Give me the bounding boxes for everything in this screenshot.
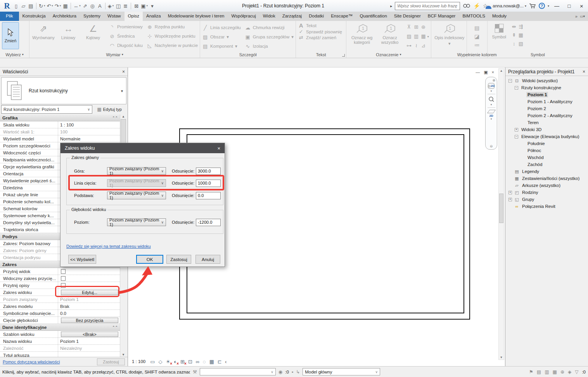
colorfill-tool-3-icon[interactable]: ≔: [474, 42, 480, 48]
search-input[interactable]: Wpisz słowo kluczowe lub frazę: [395, 2, 460, 10]
tree-item-grupy[interactable]: +◱Grupy: [505, 196, 588, 203]
text-dialog-launcher-icon[interactable]: [342, 54, 345, 57]
new-file-icon[interactable]: ▯: [12, 2, 20, 10]
worksets-icon[interactable]: ▤: [537, 369, 541, 375]
undo-icon[interactable]: ↶▾: [46, 2, 54, 10]
redo-dropdown-icon[interactable]: ▾: [60, 4, 61, 7]
ribbon-button-komponent[interactable]: ▤Komponent▾: [202, 43, 241, 49]
tag-tool-2-icon[interactable]: ▨: [406, 33, 411, 39]
tag-tool-1-icon[interactable]: ⊼: [407, 24, 411, 30]
ribbon-button-współrzędne-punktu[interactable]: ⊹Współrzędne punktu: [147, 33, 198, 39]
ribbon-button-nachylenie-w-punkcie[interactable]: ◺Nachylenie w punkcie: [147, 43, 198, 48]
cancel-button[interactable]: Anuluj: [195, 255, 220, 264]
symbol-tool-3-icon[interactable]: ↕: [513, 41, 515, 47]
reveal-hidden-elements-icon[interactable]: ∞: [196, 359, 199, 365]
tab-współpracuj[interactable]: Współpracuj: [228, 12, 259, 21]
sun-path-icon[interactable]: ☀×: [166, 359, 170, 365]
redo-icon[interactable]: ↷▾: [54, 2, 62, 10]
tab-bimtools[interactable]: BiMTOOLS: [459, 12, 489, 21]
active-workset-select[interactable]: ∨: [200, 368, 276, 375]
open-file-icon[interactable]: ▱: [20, 2, 27, 10]
tree-item-rodziny[interactable]: +◰Rodziny: [505, 189, 588, 196]
tree-item-zachód[interactable]: Zachód: [505, 161, 588, 168]
komponent-dropdown-icon[interactable]: ▾: [235, 43, 237, 49]
tree-item-zestawienia-ilości-wszystko[interactable]: ▦Zestawienia/Ilości (wszystko): [505, 175, 588, 182]
ribbon-button-izolacja[interactable]: ∿Izolacja: [245, 43, 294, 49]
scroll-up-icon[interactable]: ▲: [120, 115, 126, 118]
ribbon-button-grupa-szczegółów[interactable]: ▣Grupa szczegółów▾: [245, 34, 294, 40]
tag-tool-6-icon[interactable]: ≀: [415, 43, 417, 48]
filter-icon[interactable]: ▽: [575, 369, 578, 375]
design-options-icon[interactable]: ▥: [545, 369, 549, 375]
tab-plik[interactable]: Plik: [0, 12, 19, 21]
tab-dodatki[interactable]: Dodatki: [305, 12, 327, 21]
tree-expand-icon[interactable]: −: [508, 79, 512, 83]
tree-item-rzuty-konstrukcyjne[interactable]: −Rzuty konstrukcyjne: [505, 84, 588, 91]
tree-item-połączenia-revit[interactable]: ∞Połączenia Revit: [505, 203, 588, 210]
tag-grid-dropdown-icon[interactable]: ▾: [427, 35, 429, 38]
colorfill-tool-2-icon[interactable]: ◪: [474, 33, 480, 40]
tab-bcf-manager[interactable]: BCF Manager: [424, 12, 459, 21]
collapse-icon[interactable]: ⌃⌃: [112, 116, 118, 120]
tag-icon[interactable]: ◎: [89, 2, 96, 10]
tag-tool-5-icon[interactable]: ▥: [414, 33, 419, 39]
prop-button-szablon-widoku[interactable]: <Brak>: [61, 332, 118, 337]
modify-button[interactable]: Zmień: [2, 22, 19, 49]
view-restore-icon[interactable]: ▣: [484, 70, 488, 75]
default-3d-view-dropdown-icon[interactable]: ▾: [112, 4, 114, 7]
visual-style-icon[interactable]: ◇: [158, 359, 162, 365]
shadows-icon[interactable]: ◐×: [174, 359, 177, 365]
dialog-title-bar[interactable]: Zakres widoku ×: [61, 143, 225, 153]
checkbox-przytnij-widok[interactable]: [61, 269, 66, 274]
dialog-close-icon[interactable]: ×: [217, 145, 220, 151]
properties-apply-button[interactable]: Zastosuj: [97, 358, 125, 365]
ribbon-button-sprawdź-pisownię[interactable]: ✓Sprawdź pisownię: [298, 29, 344, 35]
symbol-tool-1-icon[interactable]: ⇹: [512, 24, 516, 29]
tab-site-designer[interactable]: Site Designer: [391, 12, 424, 21]
ribbon-collapse-icon[interactable]: ▭▾: [580, 14, 585, 18]
ribbon-button-znajdź-zamień[interactable]: ⇄Znajdź/ zamień: [298, 35, 344, 40]
tree-expand-icon[interactable]: +: [515, 128, 518, 131]
maximize-button[interactable]: □: [564, 3, 574, 9]
close-button[interactable]: ×: [577, 3, 586, 9]
ribbon-button-rzędna-punktu[interactable]: ⊕Rzędna punktu: [147, 24, 198, 30]
tree-item-teren[interactable]: Teren: [505, 119, 588, 126]
default-3d-view-icon[interactable]: ◈▾: [107, 2, 115, 10]
panel-label-text[interactable]: Tekst: [296, 51, 346, 58]
panel-label-select[interactable]: Wybierz▾: [0, 51, 29, 58]
ribbon-cycle-icon[interactable]: »: [575, 14, 578, 19]
exclude-options-icon[interactable]: ↳: [296, 369, 300, 375]
tab-enscape[interactable]: Enscape™: [327, 12, 356, 21]
gora-level-select[interactable]: Poziom związany (Poziom 1)∨: [107, 167, 166, 175]
podstawa-offset-input[interactable]: 0.0: [196, 192, 221, 199]
ribbon-button-średnica[interactable]: ⊘Średnica: [109, 33, 143, 39]
ribbon-button-promieniowy[interactable]: ◝Promieniowy: [109, 24, 143, 30]
tree-expand-icon[interactable]: +: [508, 198, 512, 201]
ribbon-button-obszar[interactable]: ▨Obszar▾: [202, 34, 241, 40]
ribbon-button-oznacz-wg-kategorii[interactable]: 1Oznacz wg kategorii: [348, 22, 375, 51]
canvas-scroll-down-icon[interactable]: ▼: [499, 356, 504, 359]
design-option-select[interactable]: Model główny ∨: [303, 368, 380, 375]
panel-label-detail[interactable]: Szczegół: [200, 51, 296, 58]
symbol-tool-6-icon[interactable]: ▧: [519, 41, 523, 47]
tab-wstaw[interactable]: Wstaw: [104, 12, 125, 21]
edit-type-button[interactable]: ▦ Edytuj typ: [92, 107, 126, 112]
apply-button[interactable]: Zastosuj: [166, 255, 191, 264]
pan-dropdown-icon[interactable]: ▾: [491, 118, 492, 121]
prop-group-dane-identyfikacyjne[interactable]: Dane identyfikacyjne⌃⌃: [0, 324, 120, 331]
save-icon[interactable]: ▤: [27, 2, 35, 10]
tree-item-arkusze-wszystko[interactable]: ▱Arkusze (wszystko): [505, 182, 588, 189]
poziom-offset-input[interactable]: -1200.0: [196, 219, 221, 226]
prop-button-cięcie-głębokości[interactable]: Bez przycięcia: [61, 318, 118, 323]
browser-close-icon[interactable]: ×: [583, 69, 585, 74]
user-dropdown-icon[interactable]: ▾: [525, 4, 526, 8]
tree-expand-icon[interactable]: +: [508, 191, 512, 194]
obszar-dropdown-icon[interactable]: ▾: [227, 34, 229, 40]
ribbon-button-kątowy[interactable]: ∠Kątowy: [81, 22, 105, 51]
switch-windows-icon[interactable]: ▣▾: [140, 2, 149, 10]
viewbar-collapse-icon[interactable]: ‹: [225, 359, 227, 365]
canvas-scrollbar-thumb[interactable]: [499, 194, 503, 223]
close-hidden-windows-icon[interactable]: ⊠: [133, 2, 140, 10]
panel-label-symbol[interactable]: Symbol: [488, 51, 588, 58]
prop-group-grafika[interactable]: Grafika⌃⌃: [0, 114, 120, 121]
